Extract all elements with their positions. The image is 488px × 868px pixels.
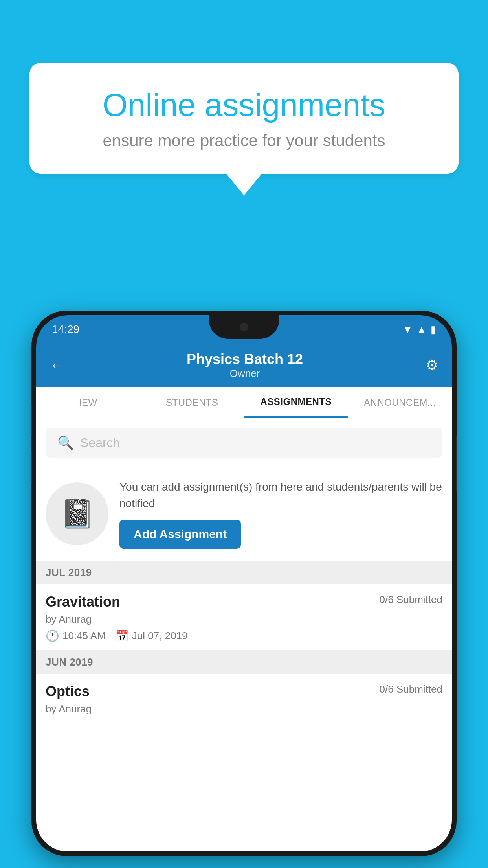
- tab-bar: IEW STUDENTS ASSIGNMENTS ANNOUNCEM...: [36, 387, 452, 418]
- search-icon: 🔍: [57, 435, 74, 451]
- add-assignment-button[interactable]: Add Assignment: [119, 520, 241, 549]
- speech-bubble-subtitle: ensure more practice for your students: [57, 131, 431, 150]
- tab-announcements[interactable]: ANNOUNCEM...: [348, 387, 452, 418]
- speech-bubble-title: Online assignments: [57, 86, 431, 123]
- status-icons: ▼ ▲ ▮: [403, 324, 436, 336]
- speech-bubble-tail: [226, 174, 262, 195]
- search-bar[interactable]: 🔍 Search: [46, 428, 442, 458]
- power-button: [456, 436, 457, 491]
- clock-icon: 🕐: [46, 629, 59, 642]
- assignment-name-optics: Optics: [46, 683, 90, 700]
- owner-label: Owner: [187, 368, 303, 380]
- speech-bubble: Online assignments ensure more practice …: [29, 63, 459, 174]
- submitted-count-optics: 0/6 Submitted: [380, 683, 442, 695]
- signal-icon: ▲: [416, 324, 427, 336]
- speech-bubble-container: Online assignments ensure more practice …: [29, 63, 459, 195]
- assignment-author-gravitation: by Anurag: [46, 613, 442, 625]
- promo-icon-circle: 📓: [46, 482, 108, 545]
- app-header: ← Physics Batch 12 Owner ⚙: [36, 344, 452, 387]
- phone-frame: 14:29 ▼ ▲ ▮ ← Physics Batch 12 Owner ⚙ I…: [31, 311, 457, 856]
- phone-screen: 14:29 ▼ ▲ ▮ ← Physics Batch 12 Owner ⚙ I…: [36, 315, 452, 851]
- promo-box: 📓 You can add assignment(s) from here an…: [36, 467, 452, 561]
- volume-up-button: [31, 405, 32, 436]
- assignment-date: Jul 07, 2019: [132, 630, 188, 642]
- assignment-row1: Gravitation 0/6 Submitted: [46, 594, 442, 610]
- tab-students[interactable]: STUDENTS: [140, 387, 244, 418]
- settings-button[interactable]: ⚙: [426, 357, 438, 373]
- front-camera: [240, 323, 248, 331]
- status-time: 14:29: [52, 323, 79, 336]
- assignment-datetime-gravitation: 🕐 10:45 AM 📅 Jul 07, 2019: [46, 629, 442, 642]
- tab-iew[interactable]: IEW: [36, 387, 140, 418]
- assignment-author-optics: by Anurag: [46, 703, 442, 715]
- assignment-row1-optics: Optics 0/6 Submitted: [46, 683, 442, 700]
- date-info: 📅 Jul 07, 2019: [115, 629, 188, 642]
- time-info: 🕐 10:45 AM: [46, 629, 106, 642]
- assignment-time: 10:45 AM: [62, 630, 106, 642]
- tab-assignments[interactable]: ASSIGNMENTS: [244, 387, 348, 418]
- search-placeholder: Search: [80, 436, 120, 450]
- promo-text-area: You can add assignment(s) from here and …: [119, 479, 442, 549]
- phone-notch: [209, 315, 279, 339]
- header-title-area: Physics Batch 12 Owner: [187, 351, 303, 380]
- section-jun-2019: JUN 2019: [36, 651, 452, 674]
- batch-title: Physics Batch 12: [187, 351, 303, 368]
- submitted-count-gravitation: 0/6 Submitted: [380, 594, 442, 606]
- assignment-optics[interactable]: Optics 0/6 Submitted by Anurag: [36, 674, 452, 727]
- calendar-icon: 📅: [115, 629, 129, 642]
- notebook-icon: 📓: [60, 498, 94, 530]
- volume-down-button: [31, 452, 32, 484]
- wifi-icon: ▼: [403, 324, 413, 336]
- content-area: 🔍 Search 📓 You can add assignment(s) fro…: [36, 418, 452, 851]
- section-jul-2019: JUL 2019: [36, 561, 452, 584]
- assignment-gravitation[interactable]: Gravitation 0/6 Submitted by Anurag 🕐 10…: [36, 584, 452, 651]
- back-button[interactable]: ←: [50, 357, 64, 373]
- battery-icon: ▮: [431, 324, 436, 336]
- assignment-name-gravitation: Gravitation: [46, 594, 120, 610]
- promo-description: You can add assignment(s) from here and …: [119, 479, 442, 512]
